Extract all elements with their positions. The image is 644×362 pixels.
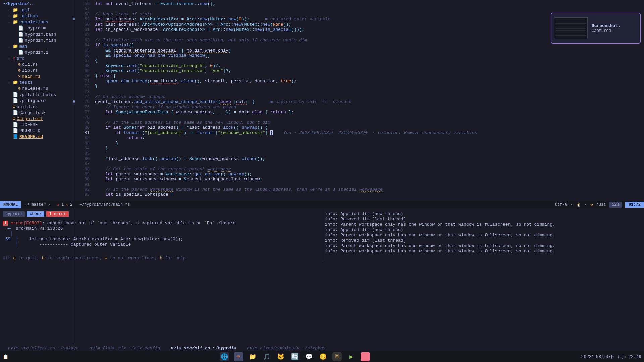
md-icon: 📘 — [13, 134, 18, 139]
tree-item--git[interactable]: ›📁.git — [3, 7, 69, 13]
terminal-icon[interactable]: ⌨ — [234, 352, 243, 361]
code-line-67[interactable]: { — [95, 58, 641, 63]
sync-icon[interactable]: 🔄 — [290, 352, 300, 361]
clipboard-tray-icon[interactable]: 📋 — [3, 354, 8, 360]
music-icon[interactable]: 🎵 — [262, 352, 271, 361]
folder-icon: 📁 — [13, 19, 18, 25]
code-line-56[interactable]: let mut event_listener = EventListener::… — [95, 1, 641, 6]
code-line-73[interactable] — [95, 89, 641, 94]
tmux-window[interactable]: nvim nixos/modules/v ~/nixpkgs — [241, 346, 331, 351]
tree-item-cargo-toml[interactable]: ⚙Cargo.toml — [3, 116, 69, 122]
diagnostics-pane[interactable]: hyprdim check 1 error 1 error[E0507]: ca… — [0, 209, 322, 262]
file-icon: 📄 — [13, 92, 18, 97]
code-line-68[interactable]: Keyword::set("decoration:dim_strength", … — [95, 63, 641, 68]
log-pane[interactable]: info: Applied dim (new thread)info: Remo… — [322, 209, 644, 262]
tree-label: man — [19, 44, 27, 49]
status-filetype: rust — [596, 202, 606, 207]
tree-item-tests[interactable]: ⌄📁tests — [3, 79, 69, 85]
code-line-85[interactable] — [95, 151, 641, 156]
diagnostic-entry[interactable]: 1 error[E0507]: cannot move out of `num_… — [3, 221, 319, 226]
tree-label: hyprdim.fish — [25, 38, 56, 43]
code-line-69[interactable]: Keyword::set("decoration:dim_inactive", … — [95, 68, 641, 73]
code-line-78[interactable] — [95, 115, 641, 120]
tree-item-release-rs[interactable]: ⚙release.rs — [3, 85, 69, 92]
chevron-icon: ⌄ — [8, 56, 11, 60]
warning-icon: ⚠ — [66, 202, 68, 207]
tree-item-src[interactable]: ⌄✕src — [3, 55, 69, 61]
chat-icon[interactable]: 💬 — [304, 352, 314, 361]
file-icon: 📄 — [13, 128, 18, 133]
code-line-70[interactable]: } else { — [95, 73, 641, 78]
status-position: 81:72 — [625, 202, 644, 208]
file-icon: 📄 — [18, 32, 23, 37]
tree-item--github[interactable]: ›📁.github — [3, 13, 69, 19]
tmux-window[interactable]: nvim flake.nix ~/nix-config — [84, 346, 166, 351]
code-line-66[interactable]: && special_only_has_one_visible_window() — [95, 53, 641, 58]
media-icon[interactable]: ▶ — [346, 352, 356, 361]
file-icon: 📄 — [18, 25, 23, 31]
tree-item-hyprdim-bash[interactable]: 📄hyprdim.bash — [3, 31, 69, 37]
m-app-icon[interactable]: M — [332, 352, 342, 361]
emoji-icon[interactable]: 😊 — [318, 352, 328, 361]
tree-label: cli.rs — [22, 62, 38, 67]
code-line-83[interactable]: } — [95, 141, 641, 146]
tree-item-main-rs[interactable]: ✕main.rs — [3, 73, 69, 79]
file-tree[interactable]: ~/hyprdim/.. ›📁.git›📁.github⌄📁completion… — [0, 0, 72, 201]
code-line-75[interactable]: event_listener.add_active_window_change_… — [95, 99, 641, 104]
rust-icon: ⚙ — [18, 86, 21, 91]
code-line-77[interactable]: let Some(WindowEventData { window_addres… — [95, 110, 641, 115]
tree-label: LICENSE — [19, 122, 38, 127]
code-line-71[interactable]: spawn_dim_thread(num_threads.clone(), st… — [95, 79, 641, 84]
tree-item-hyprdim-1[interactable]: 📄hyprdim.1 — [3, 49, 69, 55]
code-line-91[interactable] — [95, 182, 641, 187]
taskbar-clock[interactable]: 2023年08月07日（月）22:49 — [581, 354, 641, 360]
pane-separator[interactable] — [73, 0, 73, 362]
tmux-window[interactable]: nvim src/cli.rs ~/hyprdim — [165, 346, 241, 351]
code-line-84[interactable]: } — [95, 146, 641, 151]
code-line-93[interactable]: let is_special_workspace = — [95, 192, 641, 197]
code-line-81[interactable]: if format!("{old_address}") == format!("… — [95, 130, 641, 135]
tree-item-cargo-lock[interactable]: 📄Cargo.lock — [3, 110, 69, 116]
code-line-74[interactable]: // On active window changes — [95, 94, 641, 99]
code-line-79[interactable]: // If the last address is the same as th… — [95, 120, 641, 125]
tree-item-readme-md[interactable]: 📘README.md — [3, 134, 69, 140]
code-line-86[interactable]: *last_address.lock().unwrap() = Some(win… — [95, 156, 641, 161]
tree-item-license[interactable]: 📄LICENSE — [3, 122, 69, 128]
tree-root[interactable]: ~/hyprdim/.. — [3, 1, 69, 6]
code-line-80[interactable]: if let Some(ref old_address) = *last_add… — [95, 125, 641, 130]
code-line-87[interactable] — [95, 161, 641, 166]
diagnostic-location[interactable]: ⟶ src/main.rs:133:26 — [3, 226, 319, 231]
red-app-icon[interactable] — [361, 352, 370, 361]
tmux-statusbar[interactable]: nvim src/client.rs ~/sakayanvim flake.ni… — [0, 345, 644, 351]
code-line-89[interactable]: let parent_workspace = Workspace::get_ac… — [95, 172, 641, 177]
code-line-57[interactable] — [95, 6, 641, 11]
tree-label: .gitignore — [19, 98, 46, 103]
status-mode: NORMAL — [0, 201, 21, 208]
tree-item--hyprdim[interactable]: 📄_hyprdim — [3, 25, 69, 31]
tree-item-completions[interactable]: ⌄📁completions — [3, 19, 69, 25]
files-icon[interactable]: 📁 — [248, 352, 257, 361]
code-line-72[interactable]: } — [95, 84, 641, 89]
code-line-82[interactable]: return; — [95, 135, 641, 140]
screenshot-notification[interactable]: Screenshot: Captured. — [551, 13, 641, 44]
taskbar[interactable]: 📋 🌐 ⌨ 📁 🎵 🐱 🔄 💬 😊 M ▶ 2023年08月07日（月）22:4… — [0, 351, 644, 362]
status-encoding: utf-8 — [555, 202, 567, 207]
dock[interactable]: 🌐 ⌨ 📁 🎵 🐱 🔄 💬 😊 M ▶ — [8, 352, 581, 361]
browser-icon[interactable]: 🌐 — [220, 352, 229, 361]
log-line: info: Parent workspace only has one wind… — [325, 233, 642, 238]
tree-item-build-rs[interactable]: ⚙build.rs — [3, 104, 69, 110]
tree-item-hyprdim-fish[interactable]: 📄hyprdim.fish — [3, 37, 69, 43]
code-line-76[interactable]: // Ignore the event if no window_address… — [95, 105, 641, 110]
tree-item--gitignore[interactable]: 📄.gitignore — [3, 98, 69, 104]
code-line-90[interactable]: let parent_workspace_window = &parent_wo… — [95, 177, 641, 182]
cat-icon[interactable]: 🐱 — [276, 352, 285, 361]
code-line-65[interactable]: && (ignore_entering_special || no_dim_wh… — [95, 48, 641, 53]
tree-item-pkgbuild[interactable]: 📄PKGBUILD — [3, 128, 69, 134]
tree-item-lib-rs[interactable]: ⚙lib.rs — [3, 67, 69, 73]
tmux-window[interactable]: nvim src/client.rs ~/sakaya — [3, 346, 84, 351]
tree-item--gitattributes[interactable]: 📄.gitattributes — [3, 92, 69, 98]
tree-item-cli-rs[interactable]: ⚙cli.rs — [3, 61, 69, 67]
code-line-88[interactable]: // Get the state of the current parent w… — [95, 167, 641, 172]
tree-item-man[interactable]: ⌄📁man — [3, 43, 69, 49]
code-line-92[interactable]: // If the parent workspace window is not… — [95, 187, 641, 192]
